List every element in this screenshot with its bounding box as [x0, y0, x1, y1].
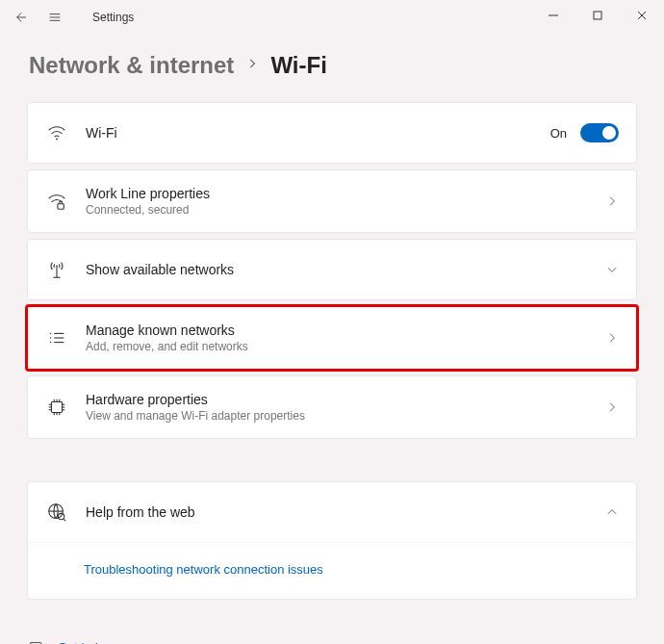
svg-point-12 [50, 333, 51, 334]
show-available-title: Show available networks [86, 262, 605, 277]
svg-line-33 [64, 519, 65, 521]
breadcrumb: Network & internet Wi-Fi [0, 35, 664, 102]
chip-icon [45, 396, 68, 419]
window-controls [531, 0, 664, 31]
app-title: Settings [92, 11, 134, 24]
breadcrumb-current: Wi-Fi [270, 52, 326, 79]
globe-search-icon [45, 501, 68, 524]
wifi-lock-icon [45, 190, 68, 213]
wifi-toggle-card[interactable]: Wi-Fi On [27, 102, 637, 164]
svg-point-14 [50, 337, 51, 338]
chevron-right-icon [605, 331, 619, 345]
back-button[interactable] [12, 9, 29, 26]
svg-rect-8 [58, 204, 64, 210]
svg-rect-4 [594, 12, 601, 19]
network-properties-card[interactable]: Work Line properties Connected, secured [27, 169, 637, 233]
chevron-right-icon [605, 194, 619, 208]
help-from-web-header[interactable]: Help from the web [28, 482, 636, 542]
chevron-up-icon [605, 505, 619, 519]
get-help-icon [27, 638, 44, 644]
list-icon [45, 326, 68, 349]
antenna-icon [45, 258, 68, 281]
help-from-web-card: Help from the web Troubleshooting networ… [27, 481, 637, 600]
svg-point-7 [56, 139, 58, 141]
wifi-title: Wi-Fi [86, 125, 550, 141]
hamburger-menu[interactable] [46, 9, 64, 26]
titlebar: Settings [0, 0, 664, 35]
breadcrumb-parent[interactable]: Network & internet [29, 52, 234, 79]
manage-known-title: Manage known networks [86, 322, 605, 338]
minimize-button[interactable] [531, 0, 575, 31]
svg-point-9 [56, 265, 58, 267]
svg-point-16 [50, 342, 51, 343]
hardware-title: Hardware properties [86, 392, 605, 407]
footer: Get help [0, 623, 664, 644]
network-properties-title: Work Line properties [86, 186, 605, 201]
manage-known-sub: Add, remove, and edit networks [86, 340, 605, 353]
hardware-properties-card[interactable]: Hardware properties View and manage Wi-F… [27, 375, 637, 439]
manage-known-networks-card[interactable]: Manage known networks Add, remove, and e… [27, 306, 637, 370]
wifi-icon [45, 121, 68, 144]
wifi-toggle[interactable] [580, 123, 619, 142]
help-title: Help from the web [86, 504, 605, 520]
show-available-networks-card[interactable]: Show available networks [27, 239, 637, 300]
network-properties-sub: Connected, secured [86, 203, 605, 217]
chevron-right-icon [605, 400, 619, 414]
maximize-button[interactable] [575, 0, 620, 31]
troubleshoot-link[interactable]: Troubleshooting network connection issue… [84, 562, 323, 577]
get-help-link[interactable]: Get help [58, 640, 105, 645]
chevron-right-icon [245, 57, 259, 74]
chevron-down-icon [605, 263, 619, 276]
wifi-toggle-state: On [550, 126, 567, 141]
close-button[interactable] [620, 0, 664, 31]
hardware-sub: View and manage Wi-Fi adapter properties [86, 409, 605, 423]
svg-rect-18 [52, 402, 63, 413]
